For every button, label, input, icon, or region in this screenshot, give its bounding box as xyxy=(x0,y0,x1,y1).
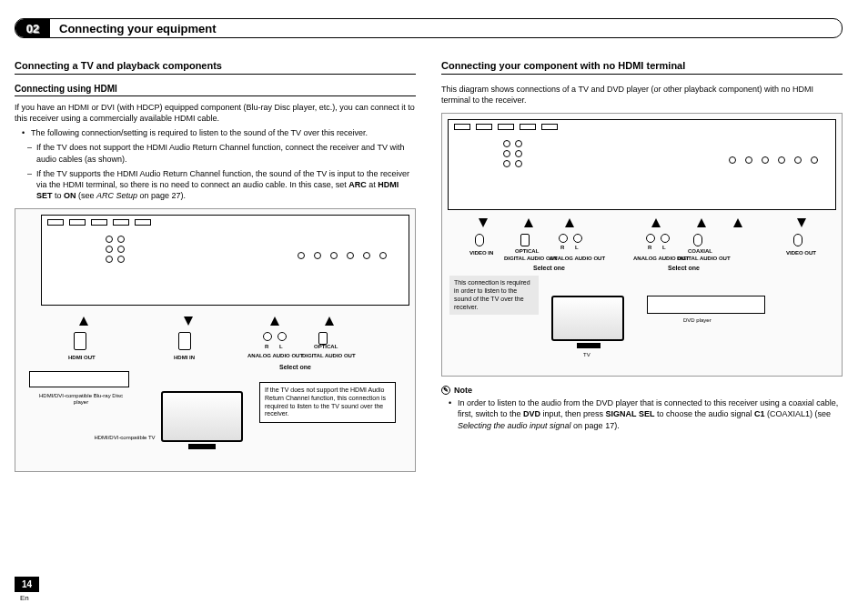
jack xyxy=(117,236,125,243)
rca-jack xyxy=(263,332,272,341)
jack xyxy=(503,160,510,167)
receiver-panel xyxy=(41,215,409,306)
tv-device-r xyxy=(551,296,624,341)
tv-caption-r: TV xyxy=(583,352,590,358)
label-l: L xyxy=(279,344,283,350)
label-r: R xyxy=(265,344,268,350)
left-intro: If you have an HDMI or DVI (with HDCP) e… xyxy=(15,102,416,124)
terminal xyxy=(379,252,387,259)
port-hdmi xyxy=(113,219,129,226)
note-label: ✎ Note xyxy=(441,386,843,395)
arrow-icon xyxy=(651,218,661,227)
terminal xyxy=(314,252,321,259)
rca-jack xyxy=(573,234,582,243)
n1dvd: DVD xyxy=(523,409,540,418)
jack xyxy=(515,160,522,167)
left-diagram: HDMI OUT HDMI IN R L ANALOG AUDIO OUT OP… xyxy=(15,208,416,472)
right-intro: This diagram shows connections of a TV a… xyxy=(441,84,843,106)
label-analog-out: ANALOG AUDIO OUT xyxy=(247,353,303,359)
jack xyxy=(117,246,125,253)
label-video-in: VIDEO IN xyxy=(469,250,493,256)
page-number: 14 xyxy=(15,577,39,592)
label-coaxial: COAXIAL xyxy=(688,248,712,255)
chapter-title: Connecting your equipment xyxy=(50,22,217,35)
audio-jacks xyxy=(106,236,126,263)
rca-jack xyxy=(278,332,287,341)
arrow-icon xyxy=(79,317,88,326)
port-hdmi xyxy=(498,124,514,130)
grey-callout-text: This connection is required in order to … xyxy=(454,279,530,309)
left-subheading: Connecting using HDMI xyxy=(15,84,416,96)
left-dashes: If the TV does not support the HDMI Audi… xyxy=(15,142,416,201)
dash2-b: at xyxy=(367,180,378,189)
chapter-number: 02 xyxy=(15,19,50,37)
label-hdmi-in: HDMI IN xyxy=(174,355,195,361)
port-hdmi xyxy=(47,219,64,226)
tv-stand-r xyxy=(577,343,601,348)
label-analog-out-r: ANALOG AUDIO OUT xyxy=(550,256,605,262)
arrow-icon xyxy=(797,218,806,227)
label-video-out: VIDEO OUT xyxy=(786,250,816,256)
rca-pair-r xyxy=(559,234,582,243)
n1c1: C1 xyxy=(754,409,765,418)
label-select-one-dvd: Select one xyxy=(668,265,700,272)
tv-stand xyxy=(188,444,216,449)
n1b: input, then press xyxy=(540,409,606,418)
label-digital-out: DIGITAL AUDIO OUT xyxy=(302,353,356,359)
tv-device xyxy=(161,391,243,442)
hdmi-connector xyxy=(178,332,191,350)
receiver-panel-r xyxy=(448,119,836,210)
port-hdmi xyxy=(541,124,558,130)
note-label-text: Note xyxy=(454,386,472,395)
port-hdmi xyxy=(91,219,107,226)
terminal xyxy=(347,252,354,259)
audio-jacks-r xyxy=(503,140,524,167)
arrow-icon xyxy=(325,317,334,326)
label-l-dvd: L xyxy=(662,245,666,251)
terminal xyxy=(298,252,305,259)
note-1: In order to listen to the audio from the… xyxy=(450,397,843,430)
terminal xyxy=(811,156,818,164)
rca-pair xyxy=(263,332,287,341)
arrow-icon xyxy=(270,317,279,326)
bluray-caption: HDMI/DVI-compatible Blu-ray Disc player xyxy=(35,393,126,405)
right-heading: Connecting your component with no HDMI t… xyxy=(441,60,843,75)
label-select-one: Select one xyxy=(279,364,311,371)
dash2-arc: ARC xyxy=(348,180,367,189)
dash2-ref: ARC Setup xyxy=(96,191,137,200)
port-hdmi xyxy=(476,124,492,130)
dvd-caption: DVD player xyxy=(683,317,712,324)
jack xyxy=(503,140,510,147)
terminal xyxy=(762,156,769,164)
dash2-on: ON xyxy=(64,191,76,200)
terminal xyxy=(778,156,785,164)
n1d: (COAXIAL1) (see xyxy=(765,409,832,418)
n1e: on page 17). xyxy=(571,421,620,430)
speaker-terminals xyxy=(298,252,390,259)
right-column: Connecting your component with no HDMI t… xyxy=(441,60,843,481)
arrow-icon xyxy=(184,317,193,326)
n1sig: SIGNAL SEL xyxy=(606,409,655,418)
video-connector xyxy=(475,234,484,246)
dash2-c: to xyxy=(53,191,65,200)
jack xyxy=(106,246,113,253)
terminal xyxy=(729,156,736,164)
page-lang: En xyxy=(15,594,39,602)
note-icon: ✎ xyxy=(441,386,450,395)
grey-callout: This connection is required in order to … xyxy=(449,276,539,315)
tv-caption: HDMI/DVI-compatible TV xyxy=(93,435,156,441)
port-hdmi xyxy=(135,219,151,226)
arrow-icon xyxy=(733,218,742,227)
arrow-icon xyxy=(697,218,706,227)
port-hdmi xyxy=(454,124,470,130)
speaker-terminals-r xyxy=(729,156,822,164)
coax-connector xyxy=(693,234,702,246)
video-out-connector xyxy=(793,234,802,246)
hdmi-ports-r xyxy=(454,124,558,130)
chapter-header: 02 Connecting your equipment xyxy=(15,18,843,38)
tv-callout: If the TV does not support the HDMI Audi… xyxy=(259,382,396,423)
label-optical: OPTICAL xyxy=(314,344,338,350)
jack xyxy=(106,236,113,243)
label-digital-out-dvd: DIGITAL AUDIO OUT xyxy=(677,256,731,262)
rca-jack xyxy=(661,234,670,243)
